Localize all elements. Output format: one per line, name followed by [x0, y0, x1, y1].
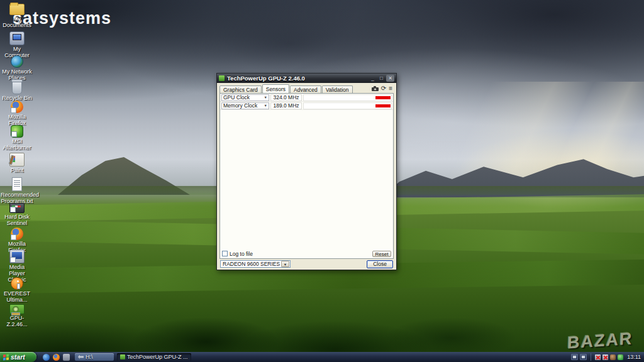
sensor-row-memory-clock: Memory Clock ▼ 189.0 MHz — [220, 102, 393, 110]
gpuz-app-icon — [120, 354, 125, 359]
sensor-graph-memory-clock — [303, 102, 392, 109]
card-select-dropdown[interactable]: RADEON 9600 SERIES ▼ — [220, 260, 291, 268]
paint-icon — [9, 153, 25, 167]
start-label: start — [11, 353, 25, 361]
tree-clusters — [0, 278, 644, 353]
maximize-button[interactable]: □ — [377, 75, 386, 82]
sensor-row-gpu-clock: GPU Clock ▼ 324.0 MHz — [220, 94, 393, 102]
close-button[interactable]: Close — [367, 260, 393, 268]
desktop-icon-firefox[interactable]: Mozilla Firefox — [1, 101, 33, 126]
tray-divider — [591, 353, 591, 361]
drive-icon — [78, 355, 84, 359]
sensor-select-gpu-clock[interactable]: GPU Clock ▼ — [221, 94, 269, 101]
card-selector-row: RADEON 9600 SERIES ▼ Close — [219, 260, 394, 268]
log-row: Log to file Reset — [222, 250, 391, 257]
chevron-down-icon: ▼ — [264, 96, 267, 99]
tab-sensors[interactable]: Sensors — [262, 84, 289, 93]
safely-remove-hardware-icon[interactable] — [618, 354, 623, 360]
tab-graphics-card[interactable]: Graphics Card — [219, 85, 262, 93]
log-to-file-label: Log to file — [230, 251, 253, 257]
sensor-graph-gpu-clock — [303, 94, 392, 101]
text-file-icon — [12, 177, 22, 191]
desktop-icon-my-documents[interactable]: My Documents — [1, 4, 33, 28]
reset-button[interactable]: Reset — [372, 251, 391, 257]
chevron-down-icon: ▼ — [281, 261, 289, 267]
desktop-icon-my-computer[interactable]: My Computer — [1, 31, 33, 58]
desktop: satsystems BAZAR My Documents My Compute… — [0, 0, 644, 362]
camera-screenshot-icon[interactable] — [372, 86, 379, 91]
start-button[interactable]: start — [0, 352, 36, 362]
refresh-icon[interactable]: ⟳ — [381, 85, 386, 92]
minimize-button[interactable]: _ — [369, 75, 377, 82]
everest-icon — [11, 277, 23, 290]
network-globe-icon — [11, 55, 23, 68]
media-player-icon — [9, 250, 25, 263]
gpuz-icon — [9, 304, 25, 314]
quick-launch — [43, 354, 70, 361]
gpuz-window: TechPowerUp GPU-Z 2.46.0 _ □ ✕ Graphics … — [216, 73, 397, 270]
network-disconnected-icon[interactable] — [595, 354, 601, 360]
taskbar-button-gpuz[interactable]: TechPowerUp GPU-Z ... — [117, 353, 191, 361]
window-titlebar[interactable]: TechPowerUp GPU-Z 2.46.0 _ □ ✕ — [217, 74, 396, 83]
taskbar-clock: 13:11 — [627, 354, 641, 360]
sensor-value-gpu-clock: 324.0 MHz — [270, 94, 302, 101]
tab-advanced[interactable]: Advanced — [290, 85, 321, 93]
log-to-file-checkbox[interactable] — [222, 251, 228, 256]
gpuz-app-icon — [219, 75, 225, 81]
afterburner-icon — [11, 125, 23, 138]
window-title: TechPowerUp GPU-Z 2.46.0 — [227, 75, 368, 82]
taskbar-button-explorer-h-drive[interactable]: H:\ — [75, 353, 114, 361]
system-tray: 13:11 — [571, 353, 644, 361]
tab-strip: Graphics Card Sensors Advanced Validatio… — [219, 84, 394, 93]
tab-validation[interactable]: Validation — [322, 85, 353, 93]
desktop-icon-recycle-bin[interactable]: Recycle Bin — [1, 80, 33, 101]
folder-icon — [9, 4, 25, 15]
internet-explorer-icon[interactable] — [43, 354, 50, 361]
recycle-bin-icon — [12, 80, 22, 94]
graph-bar — [375, 104, 391, 107]
tray-window-icon[interactable] — [580, 354, 587, 360]
card-select-value: RADEON 9600 SERIES — [221, 261, 281, 267]
sensors-panel: GPU Clock ▼ 324.0 MHz Memory Clock ▼ 189… — [219, 93, 394, 259]
network-disconnected-icon[interactable] — [602, 354, 608, 360]
tray-icon[interactable] — [610, 354, 616, 360]
task-buttons: H:\ TechPowerUp GPU-Z ... — [75, 353, 191, 361]
close-window-button[interactable]: ✕ — [386, 75, 394, 82]
media-player-icon[interactable] — [63, 354, 70, 361]
firefox-icon — [11, 101, 23, 113]
desktop-icon-everest[interactable]: EVEREST Ultima... — [1, 277, 33, 303]
chevron-down-icon: ▼ — [264, 104, 267, 107]
taskbar: start H:\ TechPowerUp GPU-Z ... — [0, 352, 644, 362]
graph-bar — [375, 96, 391, 99]
tab-toolbar: ⟳ ≡ — [372, 85, 392, 92]
desktop-icon-recommended-programs[interactable]: Recommended Programs.txt — [1, 177, 33, 204]
windows-flag-icon — [3, 354, 9, 360]
desktop-icon-my-network-places[interactable]: My Network Places — [1, 55, 33, 81]
firefox-icon — [11, 228, 23, 240]
desktop-icon-gpuz[interactable]: GPU-Z.2.46... — [1, 304, 33, 327]
desktop-icon-msi-afterburner[interactable]: MSI Afterburner — [1, 125, 33, 151]
desktop-icon-paint[interactable]: Paint — [1, 153, 33, 173]
sensor-select-memory-clock[interactable]: Memory Clock ▼ — [221, 102, 269, 109]
sensor-value-memory-clock: 189.0 MHz — [270, 102, 302, 109]
hard-disk-icon — [9, 203, 25, 213]
computer-icon — [9, 31, 25, 45]
desktop-icon-hard-disk-sentinel[interactable]: Hard Disk Sentinel — [1, 203, 33, 226]
firefox-icon[interactable] — [53, 354, 60, 361]
tray-window-icon[interactable] — [571, 354, 578, 360]
menu-icon[interactable]: ≡ — [389, 85, 392, 92]
